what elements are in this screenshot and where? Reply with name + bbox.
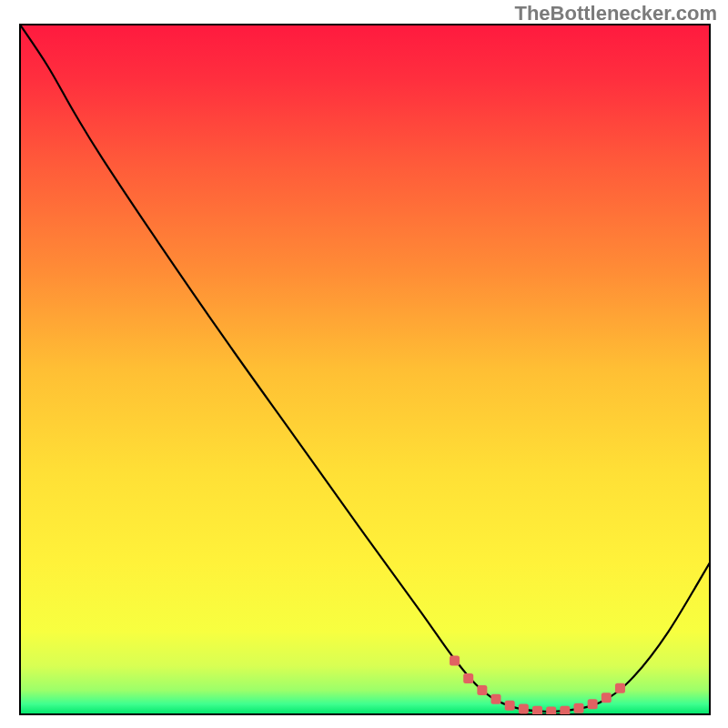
marker-point: [602, 693, 612, 703]
marker-point: [491, 694, 501, 704]
marker-point: [573, 703, 583, 713]
marker-point: [519, 703, 529, 713]
marker-point: [615, 683, 625, 693]
marker-point: [588, 699, 598, 709]
attribution-text: TheBottlenecker.com: [514, 2, 717, 25]
bottleneck-chart: [0, 0, 728, 728]
marker-point: [450, 655, 460, 665]
chart-container: { "attribution": "TheBottlenecker.com", …: [0, 0, 728, 728]
marker-point: [477, 685, 487, 695]
marker-point: [463, 673, 473, 683]
gradient-background: [20, 25, 710, 714]
marker-point: [505, 701, 515, 711]
